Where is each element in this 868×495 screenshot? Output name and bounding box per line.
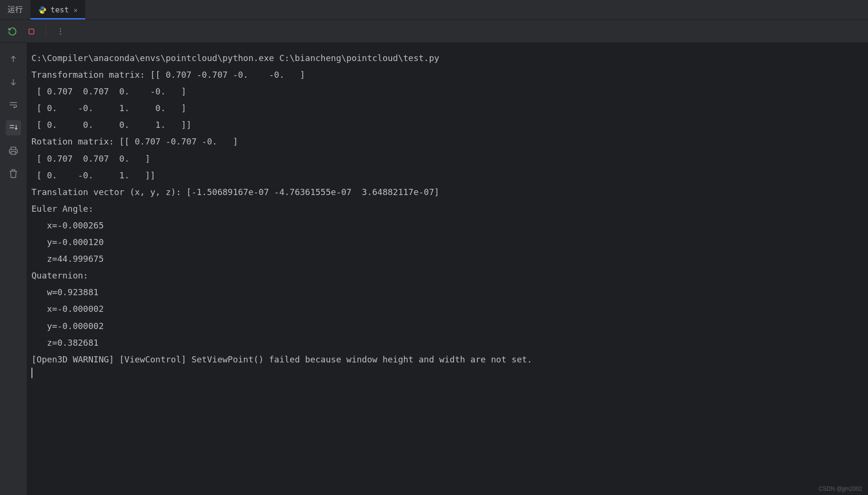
divider <box>46 26 46 37</box>
tab-run-label: 运行 <box>8 5 23 15</box>
svg-rect-10 <box>11 152 16 155</box>
tab-test[interactable]: test ✕ <box>30 0 85 20</box>
sidebar <box>0 43 27 495</box>
cursor <box>31 368 32 378</box>
stop-button[interactable] <box>25 25 38 38</box>
close-icon[interactable]: ✕ <box>74 6 78 14</box>
svg-point-1 <box>60 28 61 29</box>
tab-bar: 运行 test ✕ <box>0 0 868 20</box>
svg-point-2 <box>60 31 61 31</box>
toolbar <box>0 20 868 43</box>
tab-test-label: test <box>50 5 69 14</box>
console-text: C:\Compiler\anaconda\envs\pointcloud\pyt… <box>31 50 863 368</box>
svg-point-3 <box>60 33 61 34</box>
rerun-button[interactable] <box>6 25 19 38</box>
scroll-to-end-button[interactable] <box>6 120 21 135</box>
arrow-down-button[interactable] <box>6 74 21 90</box>
print-button[interactable] <box>6 143 21 158</box>
tab-run[interactable]: 运行 <box>0 0 30 20</box>
python-icon <box>38 6 47 14</box>
soft-wrap-button[interactable] <box>6 97 21 113</box>
arrow-up-button[interactable] <box>6 52 21 67</box>
console-output[interactable]: C:\Compiler\anaconda\envs\pointcloud\pyt… <box>27 43 868 495</box>
svg-rect-0 <box>29 29 34 34</box>
more-options-button[interactable] <box>54 25 67 38</box>
watermark: CSDN @jjm2002 <box>818 485 862 492</box>
main-area: C:\Compiler\anaconda\envs\pointcloud\pyt… <box>0 43 868 495</box>
trash-button[interactable] <box>6 166 21 181</box>
